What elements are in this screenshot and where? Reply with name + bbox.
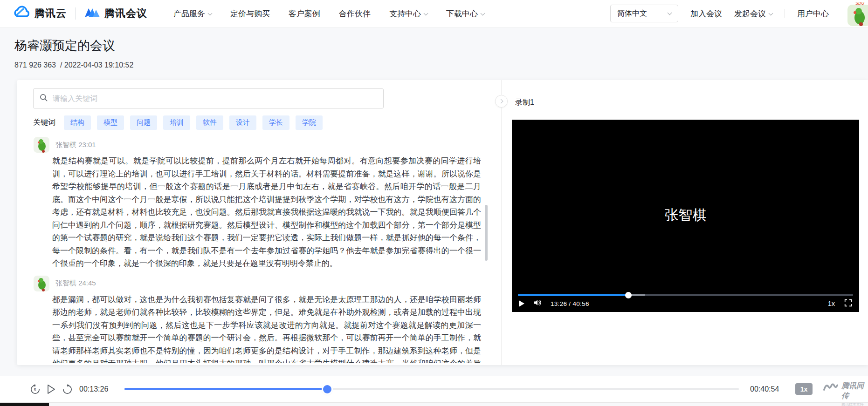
volume-icon[interactable] [533, 298, 542, 309]
transcript-entry: 张智棋 24:45 都是漏洞，都可以做对，这也是为什么我初赛包括复赛就是问了很多… [34, 275, 492, 364]
language-select[interactable]: 简体中文 [610, 5, 678, 22]
search-input[interactable] [53, 95, 378, 103]
meeting-meta: 871 926 363 / 2022-04-03 19:10:52 [14, 61, 133, 69]
video-speaker-overlay: 张智棋 [512, 206, 859, 225]
keyword-chip[interactable]: 学院 [296, 115, 323, 130]
keyword-chip[interactable]: 结构 [64, 115, 91, 130]
nav-cases[interactable]: 客户案例 [289, 8, 320, 19]
chevron-down-icon [208, 11, 213, 15]
chevron-right-icon [499, 99, 503, 104]
top-navbar: 腾讯云 腾讯会议 产品服务 定价与购买 客户案例 合作伙伴 支持中心 下载中心 … [0, 0, 868, 27]
keywords-row: 关键词 结构 模型 问题 培训 软件 设计 学长 学院 [33, 115, 323, 130]
nav-download[interactable]: 下载中心 [446, 8, 484, 19]
meeting-record-card: 关键词 结构 模型 问题 培训 软件 设计 学长 学院 张智棋 23:01 就是… [17, 80, 868, 365]
video-time-display: 13:26 / 40:56 [551, 300, 589, 307]
keyword-chip[interactable]: 软件 [196, 115, 223, 130]
transcript-text[interactable]: 都是漏洞，都可以做对，这也是为什么我初赛包括复赛就是问了很多，就是无论是太原理工… [52, 293, 481, 364]
video-controls: 13:26 / 40:56 1x [519, 298, 852, 310]
cloud-icon [12, 5, 31, 22]
main-nav: 产品服务 定价与购买 客户案例 合作伙伴 支持中心 下载中心 [173, 8, 484, 19]
recording-label: 录制1 [515, 98, 534, 108]
video-progress-fill [518, 294, 628, 296]
play-button[interactable] [47, 385, 55, 396]
brand-name: 腾讯同传 [841, 381, 868, 401]
keywords-label: 关键词 [33, 118, 55, 128]
speaker-avatar [34, 276, 49, 291]
user-center-link[interactable]: 用户中心 [797, 8, 829, 19]
transcript-panel[interactable]: 张智棋 23:01 就是结构赛就是可以。就是学院可以比较提前，提前那么两个月左右… [34, 136, 492, 363]
speaker-name-time: 张智棋 24:45 [55, 279, 96, 288]
tencent-tongchuan-icon [823, 381, 838, 394]
tencent-meeting-wordmark: 腾讯会议 [104, 7, 147, 20]
start-meeting-link[interactable]: 发起会议 [734, 8, 772, 19]
speaker-name-time: 张智棋 23:01 [55, 141, 96, 149]
brand-divider [75, 7, 76, 20]
audio-player-bar: 5 00:13:26 00:40:54 1x 腾讯同传 腾讯技术支持 [0, 376, 868, 402]
speaker-avatar [34, 137, 49, 153]
collapse-panel-button[interactable] [495, 95, 508, 108]
video-player[interactable]: 张智棋 13:26 / 40:56 1x [512, 120, 859, 312]
search-icon [39, 93, 48, 104]
meeting-id: 871 926 363 [14, 61, 56, 69]
keyword-chip[interactable]: 模型 [97, 115, 124, 130]
playback-slider-fill [124, 388, 327, 390]
nav-pricing[interactable]: 定价与购买 [230, 8, 270, 19]
nav-partners[interactable]: 合作伙伴 [339, 8, 371, 19]
transcript-entry-header: 张智棋 23:01 [34, 136, 492, 154]
chevron-down-icon [424, 11, 428, 15]
video-play-button[interactable] [519, 300, 524, 307]
total-time: 00:40:54 [750, 385, 779, 393]
keyword-chip[interactable]: 培训 [163, 115, 190, 130]
keyword-chip[interactable]: 问题 [130, 115, 157, 130]
language-value: 简体中文 [617, 9, 647, 19]
transcript-scrollbar[interactable] [485, 205, 488, 261]
bottom-left-fragment [0, 403, 49, 406]
video-progress-track[interactable] [518, 294, 853, 296]
transcript-entry-header: 张智棋 24:45 [34, 275, 492, 292]
meta-separator: / [60, 61, 62, 69]
svg-text:5: 5 [34, 387, 36, 392]
chevron-down-icon [668, 11, 672, 15]
current-time: 00:13:26 [79, 385, 108, 393]
meeting-icon [84, 6, 101, 21]
transcript-text[interactable]: 就是结构赛就是可以。就是学院可以比较提前，提前那么两个月左右就开始每周都对。有意… [52, 155, 481, 270]
join-meeting-link[interactable]: 加入会议 [690, 8, 722, 19]
chevron-down-icon [481, 11, 485, 15]
bottom-divider [0, 402, 868, 403]
tencent-cloud-logo[interactable]: 腾讯云 [12, 5, 67, 22]
video-speed-button[interactable]: 1x [828, 300, 835, 307]
page-title: 杨睿灏预定的会议 [14, 37, 115, 54]
header-divider [785, 9, 785, 18]
keyword-chip[interactable]: 设计 [229, 115, 256, 130]
playback-speed-button[interactable]: 1x [795, 383, 813, 395]
meeting-datetime: 2022-04-03 19:10:52 [64, 61, 134, 69]
header-actions: 简体中文 加入会议 发起会议 用户中心 SDU [610, 0, 868, 27]
nav-products[interactable]: 产品服务 [173, 8, 212, 19]
keyword-search-box[interactable] [33, 88, 384, 108]
keyword-chip[interactable]: 学长 [262, 115, 289, 130]
tencent-meeting-logo[interactable]: 腾讯会议 [84, 6, 147, 21]
forward-5s-icon[interactable] [62, 384, 73, 397]
playback-slider-handle[interactable] [323, 385, 331, 393]
chevron-down-icon [769, 11, 773, 15]
user-avatar-area: SDU [841, 0, 868, 27]
tencent-cloud-wordmark: 腾讯云 [34, 7, 67, 20]
panel-divider [501, 80, 502, 365]
nav-support[interactable]: 支持中心 [389, 8, 427, 19]
user-avatar[interactable] [847, 5, 868, 26]
fullscreen-icon[interactable] [844, 299, 852, 309]
playback-slider-track[interactable] [124, 388, 739, 390]
rewind-5s-icon[interactable]: 5 [30, 384, 41, 397]
transcript-entry: 张智棋 23:01 就是结构赛就是可以。就是学院可以比较提前，提前那么两个月左右… [34, 136, 492, 270]
